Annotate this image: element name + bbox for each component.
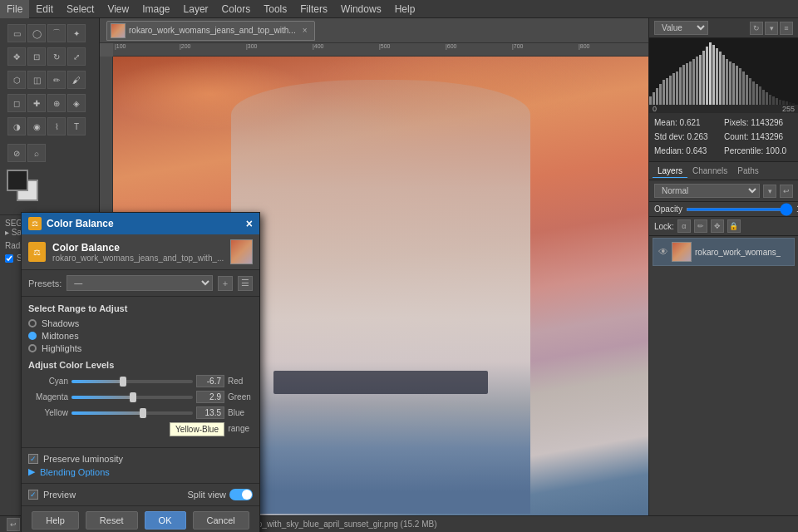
menu-image[interactable]: Image (135, 0, 176, 18)
tool-ellipse-select[interactable]: ◯ (27, 24, 46, 42)
yellow-blue-fill (71, 411, 145, 415)
histogram-channel-dropdown[interactable]: Value (654, 21, 708, 35)
presets-menu-btn[interactable]: ☰ (238, 276, 253, 291)
highlights-radio-dot (28, 344, 37, 352)
tool-paintbucket[interactable]: ⬡ (7, 71, 26, 89)
canvas-tab-close[interactable]: × (303, 26, 308, 35)
menu-help[interactable]: Help (388, 0, 422, 18)
tool-dodge[interactable]: ◑ (7, 117, 26, 135)
menu-select[interactable]: Select (60, 0, 101, 18)
preserve-luminosity-checkbox[interactable] (28, 454, 38, 464)
tool-path[interactable]: ⌇ (47, 117, 66, 135)
presets-add-btn[interactable]: + (218, 276, 233, 291)
presets-dropdown[interactable]: — (66, 275, 213, 291)
menu-edit[interactable]: Edit (29, 0, 60, 18)
histogram-options-btn[interactable]: ▾ (765, 22, 778, 35)
tab-paths[interactable]: Paths (732, 165, 764, 178)
tool-blur[interactable]: ◉ (27, 117, 46, 135)
range-midtones[interactable]: Midtones (28, 331, 253, 341)
canvas-tab[interactable]: rokaro_work_womans_jeans_and_top_with...… (106, 21, 315, 41)
layer-item[interactable]: 👁 rokaro_work_womans_ (653, 238, 795, 266)
layer-mode-dropdown[interactable]: Normal (654, 184, 760, 198)
tool-zoom[interactable]: ⌕ (27, 144, 46, 162)
menu-filters[interactable]: Filters (293, 0, 334, 18)
tool-crop[interactable]: ⊡ (27, 47, 46, 66)
tool-eyedropper[interactable]: ⊘ (7, 144, 26, 162)
yellow-blue-thumb[interactable] (140, 408, 146, 418)
ok-button[interactable]: OK (145, 511, 186, 530)
cancel-button[interactable]: Cancel (193, 511, 249, 530)
cyan-red-track[interactable] (71, 380, 193, 383)
lock-move-btn[interactable]: ✥ (711, 219, 724, 233)
layer-lock-btn[interactable]: ↩ (780, 185, 793, 198)
cyan-red-thumb[interactable] (120, 377, 126, 387)
tool-clone[interactable]: ⊕ (47, 94, 66, 112)
svg-rect-14 (696, 57, 698, 105)
preserve-luminosity-label: Preserve luminosity (43, 454, 123, 464)
count-label: Count: 1143296 (724, 131, 793, 144)
reset-button[interactable]: Reset (86, 511, 138, 530)
tool-move[interactable]: ✥ (7, 47, 26, 66)
tool-paintbrush[interactable]: 🖌 (67, 71, 86, 89)
histogram-refresh-btn[interactable]: ↻ (750, 22, 763, 35)
tool-free-select[interactable]: ⌒ (47, 24, 66, 42)
undo-btn[interactable]: ↩ (7, 518, 20, 531)
tool-smudge[interactable]: ◈ (67, 94, 86, 112)
help-button[interactable]: Help (32, 511, 79, 530)
blending-options-row[interactable]: ▶ Blending Options (28, 466, 253, 477)
yellow-blue-value[interactable]: 13.5 (196, 406, 224, 419)
foreground-color[interactable] (7, 170, 28, 191)
sample-merged-checkbox[interactable] (5, 254, 13, 263)
tab-layers[interactable]: Layers (653, 165, 687, 178)
preview-checkbox[interactable] (28, 490, 38, 500)
lock-paint-btn[interactable]: ✏ (694, 219, 707, 233)
menu-view[interactable]: View (101, 0, 135, 18)
opacity-label: Opacity (654, 204, 682, 214)
tool-eraser[interactable]: ◻ (7, 94, 26, 112)
right-panel: Value ↻ ▾ ≡ (648, 18, 798, 532)
magenta-green-value[interactable]: 2.9 (196, 391, 224, 403)
median-label: Median: 0.643 (654, 145, 723, 158)
dialog-close-button[interactable]: × (246, 217, 253, 230)
tool-gradient[interactable]: ◫ (27, 71, 46, 89)
tool-scale[interactable]: ⤢ (67, 47, 86, 66)
green-label: Green (228, 392, 253, 401)
lock-all-btn[interactable]: 🔒 (727, 219, 741, 233)
layer-visibility-icon[interactable]: 👁 (658, 246, 668, 258)
yellow-blue-track[interactable] (71, 411, 193, 415)
tab-channels[interactable]: Channels (687, 165, 732, 178)
ruler-tick-300: |300 (246, 43, 258, 49)
tool-fuzzy-select[interactable]: ✦ (67, 24, 86, 42)
tool-text[interactable]: T (67, 117, 86, 135)
cb-header-icon: ⚖ (28, 242, 46, 262)
midtones-radio-dot (28, 332, 37, 340)
histogram-range: 0 255 (649, 105, 798, 113)
svg-rect-39 (779, 100, 781, 105)
split-view-toggle[interactable] (229, 489, 253, 500)
menu-windows[interactable]: Windows (334, 0, 388, 18)
menu-tools[interactable]: Tools (257, 0, 293, 18)
preserve-luminosity-row[interactable]: Preserve luminosity (28, 454, 253, 464)
opacity-slider[interactable] (686, 208, 793, 211)
tool-rectangle-select[interactable]: ▭ (7, 24, 26, 42)
magenta-green-thumb[interactable] (130, 392, 136, 402)
cyan-label: Cyan (28, 377, 68, 386)
menu-colors[interactable]: Colors (215, 0, 258, 18)
magenta-green-track[interactable] (71, 396, 193, 399)
layer-mode-options[interactable]: ▾ (763, 185, 776, 198)
range-shadows[interactable]: Shadows (28, 318, 253, 328)
tool-rotate[interactable]: ↻ (47, 47, 66, 66)
lock-alpha-btn[interactable]: α (677, 219, 691, 233)
shadows-radio-dot (28, 319, 37, 328)
tool-heal[interactable]: ✚ (27, 94, 46, 112)
range-highlights[interactable]: Highlights (28, 343, 253, 353)
menu-layer[interactable]: Layer (177, 0, 215, 18)
svg-rect-2 (656, 88, 658, 105)
menu-file[interactable]: File (0, 0, 29, 18)
cyan-red-value[interactable]: -6.7 (196, 375, 224, 387)
lock-row: Lock: α ✏ ✥ 🔒 (649, 217, 798, 236)
svg-rect-35 (766, 92, 768, 105)
svg-rect-7 (672, 73, 675, 105)
tool-pencil[interactable]: ✏ (47, 71, 66, 89)
histogram-panel-menu[interactable]: ≡ (780, 22, 793, 35)
